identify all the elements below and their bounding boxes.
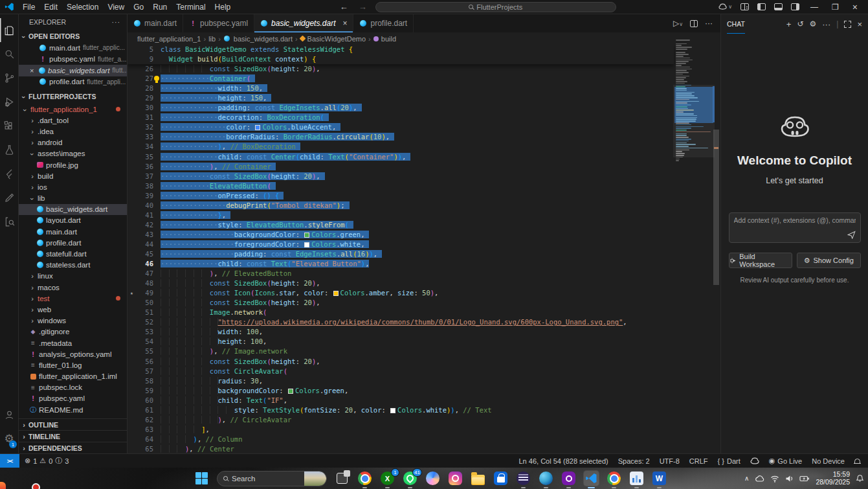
taskbar-xbox[interactable]: X1: [380, 471, 395, 486]
task-view-button[interactable]: [335, 471, 350, 486]
code-line[interactable]: 63 ],: [128, 425, 674, 435]
code-line[interactable]: 37············const SizedBox(height: 20)…: [128, 172, 674, 181]
code-line[interactable]: 54 height: 100,: [128, 337, 674, 347]
section-timeline[interactable]: ›TIMELINE: [19, 430, 127, 442]
menu-go[interactable]: Go: [129, 3, 148, 12]
open-editor-pubspec.yaml[interactable]: !pubspec.yamlflutter_a...: [19, 54, 127, 65]
code-line[interactable]: ★49 const Icon(Icons.star, color: Colors…: [128, 288, 674, 298]
tree-item-flutter_application_1[interactable]: ›flutter_application_1: [19, 104, 127, 115]
section-outline[interactable]: ›OUTLINE: [19, 418, 127, 430]
tree-item-main.dart[interactable]: main.dart: [19, 226, 127, 237]
taskbar-word[interactable]: W: [652, 471, 667, 486]
code-line[interactable]: 26 const SizedBox(height: 20),: [128, 64, 674, 74]
command-center-search[interactable]: FlutterProjects: [375, 2, 616, 12]
project-section-header[interactable]: › FLUTTERPROJECTS: [19, 90, 127, 102]
tree-item-profile.dart[interactable]: profile.dart: [19, 237, 127, 248]
close-button[interactable]: ×: [850, 2, 860, 12]
code-line[interactable]: 53 width: 100,: [128, 327, 674, 337]
tree-item-test[interactable]: ›test: [19, 293, 127, 304]
code-line[interactable]: 41··············},: [128, 210, 674, 220]
code-line[interactable]: 55 ), // Image.network: [128, 347, 674, 356]
tree-item-.gitignore[interactable]: ◆.gitignore: [19, 326, 127, 337]
code-line[interactable]: 60 child: Text("IF",: [128, 396, 674, 405]
menu-run[interactable]: Run: [148, 3, 172, 12]
activity-extensions-icon[interactable]: [0, 114, 18, 138]
activity-search-icon[interactable]: [0, 42, 18, 66]
encoding-status[interactable]: UTF-8: [660, 457, 680, 465]
send-icon[interactable]: [847, 231, 856, 239]
tree-item-flutter_application_1.iml[interactable]: flutter_application_1.iml: [19, 371, 127, 382]
nav-forward-icon[interactable]: →: [357, 2, 369, 12]
go-live-status[interactable]: ◉Go Live: [769, 457, 803, 465]
toggle-sidebar-icon[interactable]: [757, 3, 766, 10]
tree-item-assets\images[interactable]: ›assets\images: [19, 148, 127, 159]
tree-item-layout.dart[interactable]: layout.dart: [19, 215, 127, 226]
code-line[interactable]: 57 const CircleAvatar(: [128, 367, 674, 376]
menu-help[interactable]: Help: [210, 3, 236, 12]
code-line[interactable]: 48 const SizedBox(height: 20),: [128, 279, 674, 288]
taskbar-store[interactable]: [493, 471, 508, 486]
code-line[interactable]: 42··············style: ElevatedButton.st…: [128, 220, 674, 230]
tree-item-macos[interactable]: ›macos: [19, 282, 127, 293]
activity-source-control-icon[interactable]: [0, 66, 18, 90]
open-editor-basic_widgets.dart[interactable]: ×basic_widgets.dartflutt...: [19, 65, 127, 76]
menu-view[interactable]: View: [103, 3, 129, 12]
tree-item-statefull.dart[interactable]: statefull.dart: [19, 248, 127, 259]
open-chat-in-editor-icon[interactable]: [844, 21, 851, 28]
code-line[interactable]: 32················color: Colors.blueAcce…: [128, 122, 674, 132]
hidden-icons-chevron[interactable]: ∧: [744, 475, 749, 482]
split-editor-icon[interactable]: [690, 20, 698, 27]
notifications-bell-icon[interactable]: [854, 459, 860, 464]
activity-testing-icon[interactable]: [0, 138, 18, 162]
customize-layout-icon[interactable]: [740, 3, 749, 10]
chat-history-icon[interactable]: ↺: [797, 19, 803, 28]
code-line[interactable]: 40················debugPrint("Tombol dit…: [128, 201, 674, 210]
tree-item-linux[interactable]: ›linux: [19, 271, 127, 282]
menu-edit[interactable]: Edit: [39, 3, 62, 12]
cursor-position-status[interactable]: Ln 46, Col 54 (828 selected): [519, 457, 608, 465]
copilot-status-icon[interactable]: [750, 457, 759, 465]
code-line[interactable]: 9 Widget build(BuildContext context) {: [128, 54, 674, 64]
taskbar-search[interactable]: Search: [217, 471, 327, 486]
activity-flutter-icon[interactable]: [0, 162, 18, 186]
tab-pubspec.yaml[interactable]: !pubspec.yaml: [183, 14, 254, 32]
tree-item-.metadata[interactable]: ≡.metadata: [19, 337, 127, 348]
breadcrumb-item[interactable]: build: [381, 35, 396, 43]
code-line[interactable]: 52 "https://upload.wikimedia.org/wikiped…: [128, 317, 674, 327]
activity-project-search-icon[interactable]: [0, 210, 18, 234]
taskbar-file-explorer[interactable]: [471, 471, 485, 486]
tree-item-basic_widgets.dart[interactable]: basic_widgets.dart: [19, 204, 127, 215]
breadcrumb-item[interactable]: flutter_application_1: [137, 35, 201, 43]
tree-item-.idea[interactable]: ›.idea: [19, 126, 127, 137]
chat-more-actions-icon[interactable]: ···: [822, 19, 830, 29]
onedrive-cloud-icon[interactable]: [755, 475, 764, 483]
breadcrumb-item[interactable]: BasicWidgetDemo: [307, 35, 366, 43]
activity-explorer-icon[interactable]: [0, 18, 18, 42]
code-line[interactable]: 39··············onPressed: () {: [128, 191, 674, 201]
remote-indicator[interactable]: ><: [0, 454, 19, 468]
tree-item-android[interactable]: ›android: [19, 137, 127, 148]
editor-scrollbar[interactable]: [712, 40, 720, 453]
taskbar-vscode[interactable]: [584, 471, 599, 486]
device-status[interactable]: No Device: [812, 457, 845, 465]
chat-settings-gear-icon[interactable]: ⚙: [810, 19, 817, 28]
menu-selection[interactable]: Selection: [62, 3, 103, 12]
taskbar-purple-app[interactable]: [561, 471, 576, 486]
open-editor-profile.dart[interactable]: profile.dartflutter_appli...: [19, 76, 127, 88]
code-line[interactable]: 65 ), // Center: [128, 444, 674, 453]
code-line[interactable]: 47 ), // ElevatedButton: [128, 269, 674, 279]
tree-item-.dart_tool[interactable]: ›.dart_tool: [19, 115, 127, 126]
show-config-button[interactable]: ⚙ Show Config: [797, 253, 861, 268]
start-button[interactable]: [194, 471, 209, 486]
code-line[interactable]: 56 const SizedBox(height: 20),: [128, 357, 674, 367]
volume-icon[interactable]: [785, 475, 794, 483]
tab-basic_widgets.dart[interactable]: basic_widgets.dart×: [254, 14, 353, 32]
taskbar-copilot[interactable]: [425, 471, 440, 486]
code-line[interactable]: 35··············child: const Center(chil…: [128, 152, 674, 162]
tree-item-pubspec.yaml[interactable]: !pubspec.yaml: [19, 393, 127, 404]
build-workspace-button[interactable]: Build Workspace: [729, 253, 793, 268]
toggle-panel-icon[interactable]: [774, 3, 783, 10]
eol-status[interactable]: CRLF: [689, 457, 708, 465]
scrollbar-thumb[interactable]: [713, 130, 719, 285]
minimap[interactable]: [676, 40, 712, 162]
